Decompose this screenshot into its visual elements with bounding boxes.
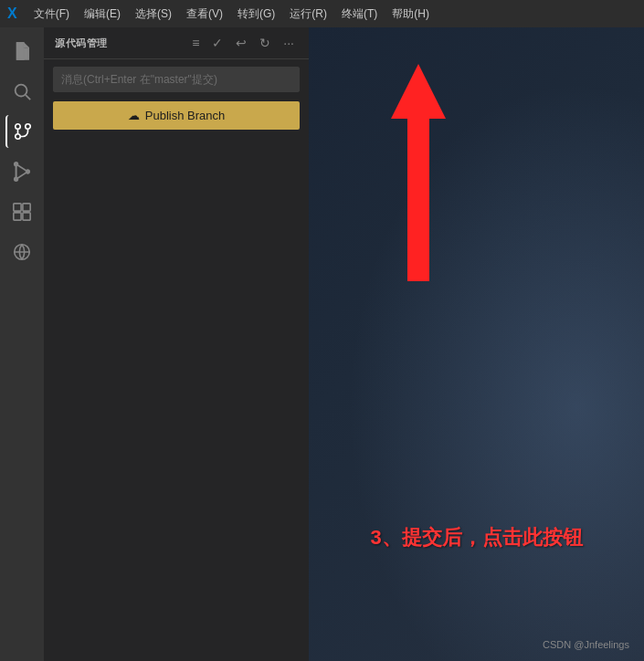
menu-select[interactable]: 选择(S) bbox=[130, 5, 177, 24]
extensions-activity-icon[interactable] bbox=[5, 195, 38, 228]
undo-icon[interactable]: ↩ bbox=[232, 34, 250, 52]
source-control-activity-icon[interactable] bbox=[5, 115, 38, 148]
publish-branch-button[interactable]: ☁ Publish Branch bbox=[53, 101, 300, 130]
source-control-panel: 源代码管理 ≡ ✓ ↩ ↻ ··· ☁ Publish Branch bbox=[44, 27, 309, 661]
vscode-logo: X bbox=[7, 5, 17, 22]
svg-point-3 bbox=[16, 134, 21, 140]
activity-bar bbox=[0, 27, 44, 661]
publish-btn-container: ☁ Publish Branch bbox=[44, 98, 309, 137]
title-bar: X 文件(F) 编辑(E) 选择(S) 查看(V) 转到(G) 运行(R) 终端… bbox=[0, 0, 644, 27]
message-input-container bbox=[44, 59, 309, 98]
svg-line-2 bbox=[26, 95, 30, 100]
svg-point-5 bbox=[16, 124, 21, 130]
svg-rect-18 bbox=[407, 117, 429, 281]
menu-terminal[interactable]: 终端(T) bbox=[336, 5, 383, 24]
svg-rect-12 bbox=[14, 204, 21, 211]
watermark: CSDN @Jnfeelings bbox=[543, 639, 629, 650]
menu-help[interactable]: 帮助(H) bbox=[386, 5, 435, 24]
annotation-text: 3、提交后，点击此按钮 bbox=[370, 524, 582, 551]
menu-edit[interactable]: 编辑(E) bbox=[79, 5, 126, 24]
panel-title: 源代码管理 bbox=[55, 37, 108, 50]
run-debug-activity-icon[interactable] bbox=[5, 155, 38, 188]
commit-icon[interactable]: ✓ bbox=[208, 34, 227, 52]
publish-btn-label: Publish Branch bbox=[145, 109, 225, 122]
content-area: 3、提交后，点击此按钮 CSDN @Jnfeelings bbox=[309, 27, 644, 661]
file-explorer-icon[interactable] bbox=[5, 35, 38, 68]
menu-run[interactable]: 运行(R) bbox=[284, 5, 333, 24]
background-overlay bbox=[309, 27, 644, 661]
svg-rect-14 bbox=[14, 213, 21, 220]
menu-goto[interactable]: 转到(G) bbox=[232, 5, 280, 24]
more-icon[interactable]: ≡ bbox=[188, 34, 203, 52]
commit-message-input[interactable] bbox=[53, 67, 300, 92]
svg-marker-17 bbox=[391, 64, 446, 119]
main-layout: 源代码管理 ≡ ✓ ↩ ↻ ··· ☁ Publish Branch bbox=[0, 27, 644, 661]
menu-view[interactable]: 查看(V) bbox=[181, 5, 228, 24]
svg-rect-15 bbox=[23, 213, 30, 220]
svg-point-4 bbox=[26, 124, 31, 130]
panel-header: 源代码管理 ≡ ✓ ↩ ↻ ··· bbox=[44, 27, 309, 59]
remote-activity-icon[interactable] bbox=[5, 236, 38, 268]
cloud-upload-icon: ☁ bbox=[128, 109, 140, 122]
panel-actions: ≡ ✓ ↩ ↻ ··· bbox=[188, 34, 298, 52]
svg-point-11 bbox=[26, 170, 30, 173]
search-activity-icon[interactable] bbox=[5, 75, 38, 108]
svg-point-9 bbox=[15, 163, 18, 166]
svg-rect-13 bbox=[23, 204, 30, 211]
svg-point-1 bbox=[16, 85, 27, 97]
svg-point-10 bbox=[15, 177, 18, 181]
menu-bar[interactable]: 文件(F) 编辑(E) 选择(S) 查看(V) 转到(G) 运行(R) 终端(T… bbox=[28, 5, 435, 24]
overflow-icon[interactable]: ··· bbox=[280, 34, 298, 52]
menu-file[interactable]: 文件(F) bbox=[28, 5, 75, 24]
annotation-arrow bbox=[364, 55, 473, 292]
refresh-icon[interactable]: ↻ bbox=[256, 34, 274, 52]
